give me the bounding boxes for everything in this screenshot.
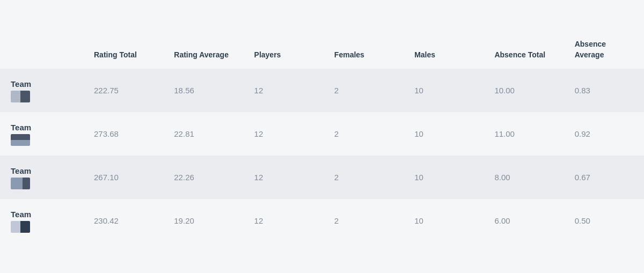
col-header-rating-total: Rating Total xyxy=(83,31,163,69)
header-row: Rating Total Rating Average Players Fema… xyxy=(0,31,644,69)
cell-absence_total: 11.00 xyxy=(484,112,564,156)
team-badge xyxy=(11,91,30,102)
team-cell-3: Team xyxy=(0,199,83,242)
cell-males: 10 xyxy=(404,69,484,112)
cell-players: 12 xyxy=(244,199,324,242)
cell-females: 2 xyxy=(324,112,404,156)
cell-females: 2 xyxy=(324,69,404,112)
col-header-rating-average: Rating Average xyxy=(163,31,243,69)
team-badge xyxy=(11,221,30,233)
cell-absence_average: 0.92 xyxy=(564,112,644,156)
team-badge xyxy=(11,134,30,146)
team-info: Team xyxy=(11,123,72,146)
cell-absence_average: 0.50 xyxy=(564,199,644,242)
cell-males: 10 xyxy=(404,156,484,199)
cell-absence_average: 0.67 xyxy=(564,156,644,199)
cell-players: 12 xyxy=(244,112,324,156)
cell-rating_average: 22.26 xyxy=(163,156,243,199)
cell-females: 2 xyxy=(324,156,404,199)
col-header-absence-total: Absence Total xyxy=(484,31,564,69)
team-cell-0: Team xyxy=(0,69,83,112)
cell-males: 10 xyxy=(404,112,484,156)
table-row: Team 273.6822.811221011.000.92 xyxy=(0,112,644,156)
table-container: Rating Total Rating Average Players Fema… xyxy=(0,31,644,242)
cell-females: 2 xyxy=(324,199,404,242)
team-badge xyxy=(11,178,30,189)
col-header-absence-average: Absence Average xyxy=(564,31,644,69)
team-label: Team xyxy=(11,123,31,132)
cell-players: 12 xyxy=(244,69,324,112)
col-header-males: Males xyxy=(404,31,484,69)
cell-absence_total: 6.00 xyxy=(484,199,564,242)
table-row: Team 222.7518.561221010.000.83 xyxy=(0,69,644,112)
col-header-players: Players xyxy=(244,31,324,69)
stats-table: Rating Total Rating Average Players Fema… xyxy=(0,31,644,242)
team-info: Team xyxy=(11,166,72,189)
cell-rating_total: 222.75 xyxy=(83,69,163,112)
cell-absence_total: 8.00 xyxy=(484,156,564,199)
team-cell-2: Team xyxy=(0,156,83,199)
team-info: Team xyxy=(11,79,72,102)
cell-rating_total: 273.68 xyxy=(83,112,163,156)
cell-absence_average: 0.83 xyxy=(564,69,644,112)
cell-males: 10 xyxy=(404,199,484,242)
team-info: Team xyxy=(11,210,72,233)
cell-rating_average: 18.56 xyxy=(163,69,243,112)
team-label: Team xyxy=(11,210,31,219)
cell-rating_total: 230.42 xyxy=(83,199,163,242)
cell-rating_average: 22.81 xyxy=(163,112,243,156)
cell-rating_total: 267.10 xyxy=(83,156,163,199)
cell-players: 12 xyxy=(244,156,324,199)
cell-rating_average: 19.20 xyxy=(163,199,243,242)
col-header-team xyxy=(0,31,83,69)
team-cell-1: Team xyxy=(0,112,83,156)
table-row: Team 267.1022.26122108.000.67 xyxy=(0,156,644,199)
team-label: Team xyxy=(11,166,31,175)
col-header-females: Females xyxy=(324,31,404,69)
cell-absence_total: 10.00 xyxy=(484,69,564,112)
team-label: Team xyxy=(11,79,31,88)
table-row: Team 230.4219.20122106.000.50 xyxy=(0,199,644,242)
